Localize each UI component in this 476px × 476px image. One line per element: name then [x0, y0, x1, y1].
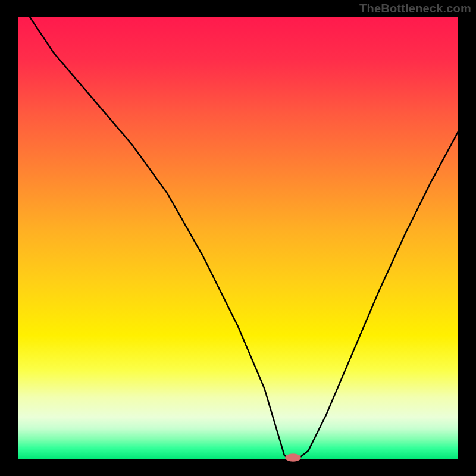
gradient-background [18, 17, 458, 459]
chart-container: TheBottleneck.com [0, 0, 476, 476]
bottleneck-chart [0, 0, 476, 476]
watermark-text: TheBottleneck.com [359, 2, 471, 15]
optimal-marker [285, 453, 301, 461]
